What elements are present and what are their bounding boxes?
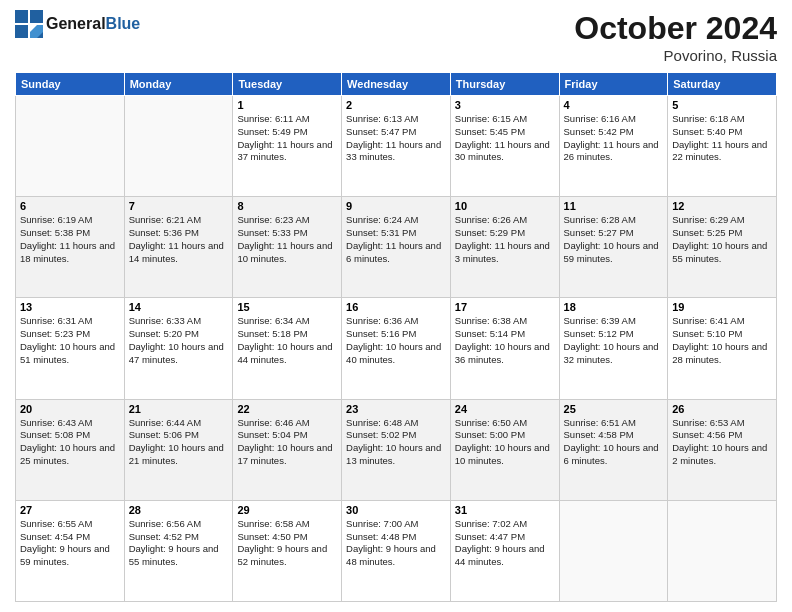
calendar-week-row: 13Sunrise: 6:31 AM Sunset: 5:23 PM Dayli…	[16, 298, 777, 399]
day-number: 4	[564, 99, 664, 111]
table-row: 31Sunrise: 7:02 AM Sunset: 4:47 PM Dayli…	[450, 500, 559, 601]
day-number: 2	[346, 99, 446, 111]
header-tuesday: Tuesday	[233, 73, 342, 96]
table-row: 4Sunrise: 6:16 AM Sunset: 5:42 PM Daylig…	[559, 96, 668, 197]
day-number: 22	[237, 403, 337, 415]
table-row: 6Sunrise: 6:19 AM Sunset: 5:38 PM Daylig…	[16, 197, 125, 298]
svg-rect-1	[30, 10, 43, 23]
day-number: 30	[346, 504, 446, 516]
table-row: 15Sunrise: 6:34 AM Sunset: 5:18 PM Dayli…	[233, 298, 342, 399]
table-row	[16, 96, 125, 197]
table-row: 24Sunrise: 6:50 AM Sunset: 5:00 PM Dayli…	[450, 399, 559, 500]
day-info: Sunrise: 6:36 AM Sunset: 5:16 PM Dayligh…	[346, 315, 446, 366]
calendar-week-row: 27Sunrise: 6:55 AM Sunset: 4:54 PM Dayli…	[16, 500, 777, 601]
table-row: 8Sunrise: 6:23 AM Sunset: 5:33 PM Daylig…	[233, 197, 342, 298]
day-info: Sunrise: 6:44 AM Sunset: 5:06 PM Dayligh…	[129, 417, 229, 468]
day-info: Sunrise: 6:33 AM Sunset: 5:20 PM Dayligh…	[129, 315, 229, 366]
day-info: Sunrise: 6:50 AM Sunset: 5:00 PM Dayligh…	[455, 417, 555, 468]
table-row	[124, 96, 233, 197]
table-row: 12Sunrise: 6:29 AM Sunset: 5:25 PM Dayli…	[668, 197, 777, 298]
day-info: Sunrise: 6:28 AM Sunset: 5:27 PM Dayligh…	[564, 214, 664, 265]
table-row: 3Sunrise: 6:15 AM Sunset: 5:45 PM Daylig…	[450, 96, 559, 197]
day-info: Sunrise: 6:48 AM Sunset: 5:02 PM Dayligh…	[346, 417, 446, 468]
calendar-week-row: 6Sunrise: 6:19 AM Sunset: 5:38 PM Daylig…	[16, 197, 777, 298]
day-number: 18	[564, 301, 664, 313]
day-number: 19	[672, 301, 772, 313]
day-number: 26	[672, 403, 772, 415]
day-number: 21	[129, 403, 229, 415]
day-info: Sunrise: 6:18 AM Sunset: 5:40 PM Dayligh…	[672, 113, 772, 164]
table-row: 16Sunrise: 6:36 AM Sunset: 5:16 PM Dayli…	[342, 298, 451, 399]
day-number: 14	[129, 301, 229, 313]
day-info: Sunrise: 6:34 AM Sunset: 5:18 PM Dayligh…	[237, 315, 337, 366]
table-row: 10Sunrise: 6:26 AM Sunset: 5:29 PM Dayli…	[450, 197, 559, 298]
day-number: 15	[237, 301, 337, 313]
table-row: 25Sunrise: 6:51 AM Sunset: 4:58 PM Dayli…	[559, 399, 668, 500]
weekday-header-row: Sunday Monday Tuesday Wednesday Thursday…	[16, 73, 777, 96]
day-number: 7	[129, 200, 229, 212]
day-info: Sunrise: 6:39 AM Sunset: 5:12 PM Dayligh…	[564, 315, 664, 366]
day-number: 20	[20, 403, 120, 415]
table-row: 26Sunrise: 6:53 AM Sunset: 4:56 PM Dayli…	[668, 399, 777, 500]
day-info: Sunrise: 6:24 AM Sunset: 5:31 PM Dayligh…	[346, 214, 446, 265]
day-info: Sunrise: 6:21 AM Sunset: 5:36 PM Dayligh…	[129, 214, 229, 265]
day-info: Sunrise: 6:13 AM Sunset: 5:47 PM Dayligh…	[346, 113, 446, 164]
table-row: 19Sunrise: 6:41 AM Sunset: 5:10 PM Dayli…	[668, 298, 777, 399]
table-row: 1Sunrise: 6:11 AM Sunset: 5:49 PM Daylig…	[233, 96, 342, 197]
day-number: 9	[346, 200, 446, 212]
table-row: 11Sunrise: 6:28 AM Sunset: 5:27 PM Dayli…	[559, 197, 668, 298]
day-number: 28	[129, 504, 229, 516]
day-number: 13	[20, 301, 120, 313]
day-number: 3	[455, 99, 555, 111]
table-row: 5Sunrise: 6:18 AM Sunset: 5:40 PM Daylig…	[668, 96, 777, 197]
day-info: Sunrise: 6:26 AM Sunset: 5:29 PM Dayligh…	[455, 214, 555, 265]
day-info: Sunrise: 6:51 AM Sunset: 4:58 PM Dayligh…	[564, 417, 664, 468]
header-friday: Friday	[559, 73, 668, 96]
table-row: 27Sunrise: 6:55 AM Sunset: 4:54 PM Dayli…	[16, 500, 125, 601]
title-block: October 2024 Povorino, Russia	[574, 10, 777, 64]
table-row: 17Sunrise: 6:38 AM Sunset: 5:14 PM Dayli…	[450, 298, 559, 399]
day-number: 17	[455, 301, 555, 313]
day-number: 1	[237, 99, 337, 111]
table-row: 13Sunrise: 6:31 AM Sunset: 5:23 PM Dayli…	[16, 298, 125, 399]
header-saturday: Saturday	[668, 73, 777, 96]
table-row: 21Sunrise: 6:44 AM Sunset: 5:06 PM Dayli…	[124, 399, 233, 500]
calendar-week-row: 1Sunrise: 6:11 AM Sunset: 5:49 PM Daylig…	[16, 96, 777, 197]
table-row	[668, 500, 777, 601]
day-info: Sunrise: 7:02 AM Sunset: 4:47 PM Dayligh…	[455, 518, 555, 569]
day-info: Sunrise: 7:00 AM Sunset: 4:48 PM Dayligh…	[346, 518, 446, 569]
month-title: October 2024	[574, 10, 777, 47]
header-thursday: Thursday	[450, 73, 559, 96]
day-info: Sunrise: 6:31 AM Sunset: 5:23 PM Dayligh…	[20, 315, 120, 366]
day-info: Sunrise: 6:23 AM Sunset: 5:33 PM Dayligh…	[237, 214, 337, 265]
day-number: 27	[20, 504, 120, 516]
day-info: Sunrise: 6:55 AM Sunset: 4:54 PM Dayligh…	[20, 518, 120, 569]
table-row: 23Sunrise: 6:48 AM Sunset: 5:02 PM Dayli…	[342, 399, 451, 500]
day-info: Sunrise: 6:46 AM Sunset: 5:04 PM Dayligh…	[237, 417, 337, 468]
day-number: 31	[455, 504, 555, 516]
header-monday: Monday	[124, 73, 233, 96]
day-number: 16	[346, 301, 446, 313]
day-number: 10	[455, 200, 555, 212]
day-info: Sunrise: 6:19 AM Sunset: 5:38 PM Dayligh…	[20, 214, 120, 265]
header-sunday: Sunday	[16, 73, 125, 96]
logo-text: GeneralBlue	[46, 15, 140, 33]
location: Povorino, Russia	[574, 47, 777, 64]
page: GeneralBlue October 2024 Povorino, Russi…	[0, 0, 792, 612]
day-number: 12	[672, 200, 772, 212]
day-info: Sunrise: 6:38 AM Sunset: 5:14 PM Dayligh…	[455, 315, 555, 366]
day-number: 25	[564, 403, 664, 415]
svg-rect-0	[15, 10, 28, 23]
day-number: 5	[672, 99, 772, 111]
day-number: 23	[346, 403, 446, 415]
day-number: 11	[564, 200, 664, 212]
table-row: 7Sunrise: 6:21 AM Sunset: 5:36 PM Daylig…	[124, 197, 233, 298]
svg-rect-2	[15, 25, 28, 38]
day-info: Sunrise: 6:43 AM Sunset: 5:08 PM Dayligh…	[20, 417, 120, 468]
day-info: Sunrise: 6:56 AM Sunset: 4:52 PM Dayligh…	[129, 518, 229, 569]
day-number: 29	[237, 504, 337, 516]
calendar-week-row: 20Sunrise: 6:43 AM Sunset: 5:08 PM Dayli…	[16, 399, 777, 500]
day-info: Sunrise: 6:41 AM Sunset: 5:10 PM Dayligh…	[672, 315, 772, 366]
logo-icon	[15, 10, 43, 38]
header: GeneralBlue October 2024 Povorino, Russi…	[15, 10, 777, 64]
